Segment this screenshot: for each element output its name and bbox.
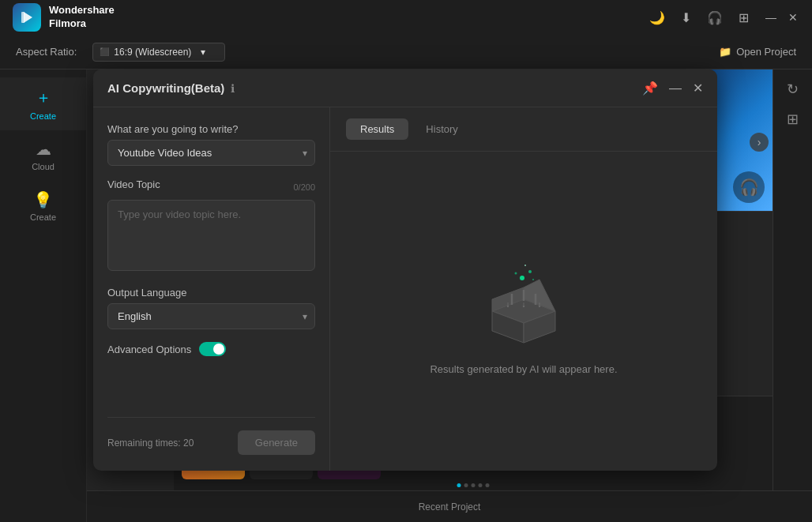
advanced-options-label: Advanced Options [107,344,191,355]
refresh-icon[interactable]: ↻ [787,81,799,98]
apps-icon[interactable]: ⊞ [787,111,799,128]
svg-text:↓: ↓ [522,300,526,309]
headphones-icon[interactable]: 🎧 [707,10,723,25]
preview-next-icon[interactable]: › [750,133,769,152]
ai-copywriting-dialog: AI Copywriting(Beta) ℹ 📌 — ✕ What are yo… [93,69,717,471]
folder-icon: 📁 [719,46,731,58]
create-icon: ＋ [36,87,51,108]
window-controls: — ✕ [765,11,799,24]
dialog-header-actions: 📌 — ✕ [642,81,703,96]
dialog-title-group: AI Copywriting(Beta) ℹ [107,81,235,95]
output-language-label: Output Language [107,287,315,299]
write-type-label: What are you going to write? [107,123,315,135]
sidebar-item-cloud[interactable]: ☁ Cloud [0,130,86,181]
dot-5 [486,483,490,487]
tab-results[interactable]: Results [346,118,408,140]
results-content: ↓ ↓ ↓ Results generated by AI will appea… [430,152,617,471]
bottom-bar: Recent Project [87,490,812,522]
right-tools-panel: ↻ ⊞ [773,69,812,522]
pagination-dots [457,483,490,487]
char-count: 0/200 [293,182,315,192]
svg-text:↓: ↓ [538,300,542,309]
cloud-icon: ☁ [36,140,51,159]
bulb-icon: 💡 [33,190,53,209]
aspect-ratio-select[interactable]: ⬛ 16:9 (Widescreen) ▾ [92,43,225,62]
open-project-button[interactable]: 📁 Open Project [719,46,796,58]
dialog-title: AI Copywriting(Beta) [107,81,224,95]
dialog-footer: Remaining times: 20 Generate [107,417,315,455]
svg-point-10 [524,265,526,266]
svg-rect-1 [21,12,24,23]
dot-4 [479,483,483,487]
language-select-wrapper: English ▾ [107,303,315,329]
generate-button[interactable]: Generate [238,430,315,455]
results-hint-text: Results generated by AI will appear here… [430,363,617,375]
sidebar-item-label-cloud: Cloud [32,162,55,171]
remaining-times-text: Remaining times: 20 [107,438,194,449]
dot-1 [457,483,461,487]
write-type-select[interactable]: Youtube Video Ideas [107,140,315,166]
advanced-options-row: Advanced Options [107,342,315,356]
svg-point-9 [515,272,517,274]
dialog-header: AI Copywriting(Beta) ℹ 📌 — ✕ [93,69,717,107]
empty-state-illustration: ↓ ↓ ↓ [468,248,579,351]
close-button[interactable]: ✕ [787,11,799,24]
sidebar-item-label-creative: Create [30,212,56,222]
app-logo [13,3,41,32]
tab-history[interactable]: History [412,118,472,140]
video-topic-label: Video Topic [107,178,160,190]
advanced-options-toggle[interactable] [199,342,226,356]
sidebar-item-create[interactable]: ＋ Create [0,77,86,130]
app-name: Wondershare Filmora [49,4,115,31]
sidebar-item-creative[interactable]: 💡 Create [0,181,86,231]
svg-point-11 [532,279,534,280]
dialog-body: What are you going to write? Youtube Vid… [93,107,717,471]
toggle-knob [213,344,224,355]
minimize-button[interactable]: — [765,11,777,24]
dot-3 [472,483,476,487]
dialog-close-icon[interactable]: ✕ [693,81,703,96]
grid-icon[interactable]: ⊞ [739,10,749,25]
write-type-select-wrapper: Youtube Video Ideas ▾ [107,140,315,166]
write-type-field: What are you going to write? Youtube Vid… [107,123,315,166]
svg-marker-0 [24,12,32,23]
dialog-tabs: Results History [330,107,717,152]
svg-point-7 [520,276,524,280]
dialog-minimize-icon[interactable]: — [669,81,682,96]
language-select[interactable]: English [107,303,315,329]
info-icon[interactable]: ℹ [231,82,235,95]
video-topic-field: Video Topic 0/200 [107,178,315,274]
dialog-results-panel: Results History [330,107,717,471]
title-bar: Wondershare Filmora 🌙 ⬇ 🎧 ⊞ — ✕ [0,0,812,35]
headphones-preview-icon: 🎧 [733,171,765,203]
video-topic-textarea-wrapper [107,200,315,274]
dialog-form-panel: What are you going to write? Youtube Vid… [93,107,330,471]
sidebar-item-label-create: Create [30,111,56,121]
dot-2 [464,483,468,487]
video-topic-textarea[interactable] [107,200,315,271]
pin-icon[interactable]: 📌 [642,81,658,96]
app-branding: Wondershare Filmora [13,3,115,32]
sidebar: ＋ Create ☁ Cloud 💡 Create [0,69,87,522]
svg-text:↓: ↓ [506,300,510,309]
toolbar: Aspect Ratio: ⬛ 16:9 (Widescreen) ▾ 📁 Op… [0,35,812,69]
aspect-ratio-label: Aspect Ratio: [16,46,77,58]
download-icon[interactable]: ⬇ [681,10,691,25]
svg-point-8 [528,270,532,273]
moon-icon[interactable]: 🌙 [649,10,665,25]
output-language-field: Output Language English ▾ [107,287,315,329]
title-bar-controls: 🌙 ⬇ 🎧 ⊞ — ✕ [649,10,799,25]
recent-project-label: Recent Project [419,501,481,513]
